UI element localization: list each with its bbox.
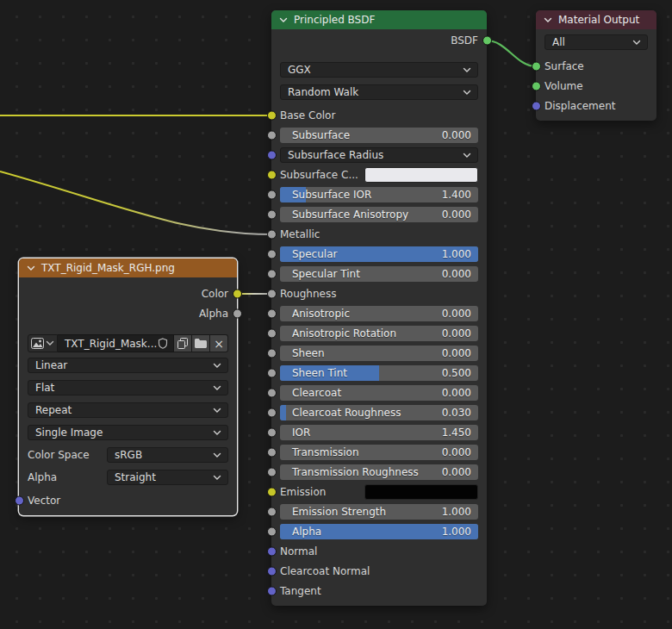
- dropdown-random-walk[interactable]: Random Walk: [280, 84, 478, 100]
- node-principled-bsdf[interactable]: Principled BSDF BSDFGGXRandom WalkBase C…: [271, 10, 487, 606]
- shield-icon[interactable]: [158, 338, 168, 349]
- row-ior: IOR1.450: [271, 425, 487, 440]
- row-sheen: Sheen0.000: [271, 346, 487, 361]
- socket-surface[interactable]: [532, 62, 541, 72]
- dropdown-value: Flat: [28, 382, 54, 394]
- slider-label: Sheen Tint: [280, 367, 347, 379]
- dropdown-value: Subsurface Radius: [281, 149, 383, 161]
- color-swatch-subsurface-c[interactable]: [364, 167, 478, 183]
- row-normal: Normal: [271, 544, 487, 559]
- row-surface: Surface: [536, 59, 656, 74]
- image-name-field[interactable]: TXT_Rigid_Mask...: [58, 334, 174, 352]
- dropdown-color-space[interactable]: sRGB: [107, 447, 228, 463]
- dropdown-ggx[interactable]: GGX: [280, 62, 478, 78]
- socket-sheen[interactable]: [267, 349, 277, 358]
- dropdown-linear[interactable]: Linear: [28, 358, 228, 373]
- slider-label: Anisotropic: [280, 308, 350, 320]
- node-header[interactable]: Principled BSDF: [271, 10, 487, 29]
- socket-transmission[interactable]: [267, 448, 277, 458]
- collapse-chevron-icon[interactable]: [27, 262, 35, 274]
- chevron-down-icon: [27, 265, 35, 271]
- node-material-output[interactable]: Material Output AllSurfaceVolumeDisplace…: [536, 10, 656, 121]
- slider-value: 1.000: [442, 506, 478, 518]
- socket-base-color[interactable]: [267, 111, 277, 121]
- slider-specular-tint[interactable]: Specular Tint0.000: [280, 266, 478, 282]
- slider-alpha[interactable]: Alpha1.000: [280, 524, 478, 539]
- socket-sheen-tint[interactable]: [267, 369, 277, 378]
- collapse-chevron-icon[interactable]: [279, 14, 288, 26]
- slider-subsurface-anisotropy[interactable]: Subsurface Anisotropy0.000: [280, 207, 478, 222]
- dropdown-subsurface-radius[interactable]: Subsurface Radius: [280, 147, 478, 163]
- slider-clearcoat-roughness[interactable]: Clearcoat Roughness0.030: [280, 405, 478, 420]
- dropdown-alpha[interactable]: Straight: [107, 470, 228, 485]
- socket-subsurface[interactable]: [267, 131, 277, 140]
- socket-vector[interactable]: [15, 496, 24, 506]
- slider-sheen-tint[interactable]: Sheen Tint0.500: [280, 365, 478, 381]
- node-image-texture[interactable]: TXT_Rigid_Mask_RGH.png ColorAlpha TXT_Ri…: [19, 258, 237, 515]
- socket-tangent[interactable]: [267, 587, 277, 596]
- socket-alpha[interactable]: [267, 527, 277, 537]
- slider-subsurface[interactable]: Subsurface0.000: [280, 128, 478, 143]
- slider-emission-strength[interactable]: Emission Strength1.000: [280, 504, 478, 520]
- node-editor-canvas[interactable]: Principled BSDF BSDFGGXRandom WalkBase C…: [0, 0, 672, 629]
- slider-anisotropic[interactable]: Anisotropic0.000: [280, 306, 478, 321]
- socket-subsurface-radius[interactable]: [267, 151, 277, 160]
- socket-transmission-roughness[interactable]: [267, 468, 277, 477]
- slider-anisotropic-rotation[interactable]: Anisotropic Rotation0.000: [280, 326, 478, 341]
- socket-specular[interactable]: [267, 250, 277, 259]
- unlink-button[interactable]: ×: [210, 334, 228, 352]
- chevron-down-icon: [213, 363, 221, 369]
- socket-anisotropic-rotation[interactable]: [267, 329, 277, 339]
- socket-alpha[interactable]: [233, 309, 242, 319]
- socket-normal[interactable]: [267, 547, 277, 557]
- copy-button[interactable]: [174, 334, 192, 352]
- slider-label: Subsurface IOR: [280, 189, 371, 201]
- dropdown-value: Random Walk: [281, 86, 358, 98]
- collapse-chevron-icon[interactable]: [544, 14, 552, 26]
- slider-ior[interactable]: IOR1.450: [280, 425, 478, 440]
- open-folder-button[interactable]: [192, 334, 210, 352]
- output-label-color: Color: [202, 288, 228, 300]
- slider-clearcoat[interactable]: Clearcoat0.000: [280, 385, 478, 401]
- slider-transmission-roughness[interactable]: Transmission Roughness0.000: [280, 464, 478, 480]
- row-vector: Vector: [19, 493, 237, 508]
- socket-anisotropic[interactable]: [267, 309, 277, 319]
- socket-bsdf[interactable]: [482, 36, 492, 46]
- image-name: TXT_Rigid_Mask...: [65, 338, 157, 350]
- slider-subsurface-ior[interactable]: Subsurface IOR1.400: [280, 187, 478, 202]
- socket-clearcoat-normal[interactable]: [267, 567, 277, 576]
- dropdown-repeat[interactable]: Repeat: [28, 402, 228, 418]
- socket-clearcoat[interactable]: [267, 389, 277, 398]
- socket-subsurface-ior[interactable]: [267, 190, 277, 200]
- socket-roughness[interactable]: [267, 290, 277, 299]
- dropdown-all[interactable]: All: [544, 34, 648, 50]
- socket-color[interactable]: [233, 290, 242, 299]
- folder-icon: [195, 339, 207, 348]
- input-label-vector: Vector: [28, 495, 60, 507]
- node-header[interactable]: TXT_Rigid_Mask_RGH.png: [19, 258, 237, 277]
- socket-clearcoat-roughness[interactable]: [267, 408, 277, 418]
- socket-subsurface-anisotropy[interactable]: [267, 210, 277, 220]
- socket-emission-strength[interactable]: [267, 508, 277, 517]
- socket-specular-tint[interactable]: [267, 270, 277, 279]
- socket-emission[interactable]: [267, 488, 277, 497]
- output-label-alpha: Alpha: [199, 308, 228, 320]
- socket-displacement[interactable]: [532, 102, 541, 111]
- color-swatch-emission[interactable]: [364, 484, 478, 500]
- socket-metallic[interactable]: [267, 230, 277, 240]
- row-emission: Emission: [271, 484, 487, 500]
- slider-value: 0.000: [442, 466, 478, 478]
- dropdown-flat[interactable]: Flat: [28, 380, 228, 395]
- prop-label-color-space: Color Space: [28, 449, 107, 461]
- image-browse-button[interactable]: [28, 334, 58, 352]
- slider-transmission[interactable]: Transmission0.000: [280, 445, 478, 460]
- dropdown-single-image[interactable]: Single Image: [28, 425, 228, 440]
- socket-ior[interactable]: [267, 428, 277, 438]
- socket-volume[interactable]: [532, 82, 541, 91]
- fake-user-toggle[interactable]: [158, 338, 173, 349]
- slider-specular[interactable]: Specular1.000: [280, 246, 478, 262]
- socket-subsurface-c[interactable]: [267, 171, 277, 180]
- node-header[interactable]: Material Output: [536, 10, 656, 29]
- output-label-bsdf: BSDF: [451, 34, 478, 47]
- slider-sheen[interactable]: Sheen0.000: [280, 346, 478, 361]
